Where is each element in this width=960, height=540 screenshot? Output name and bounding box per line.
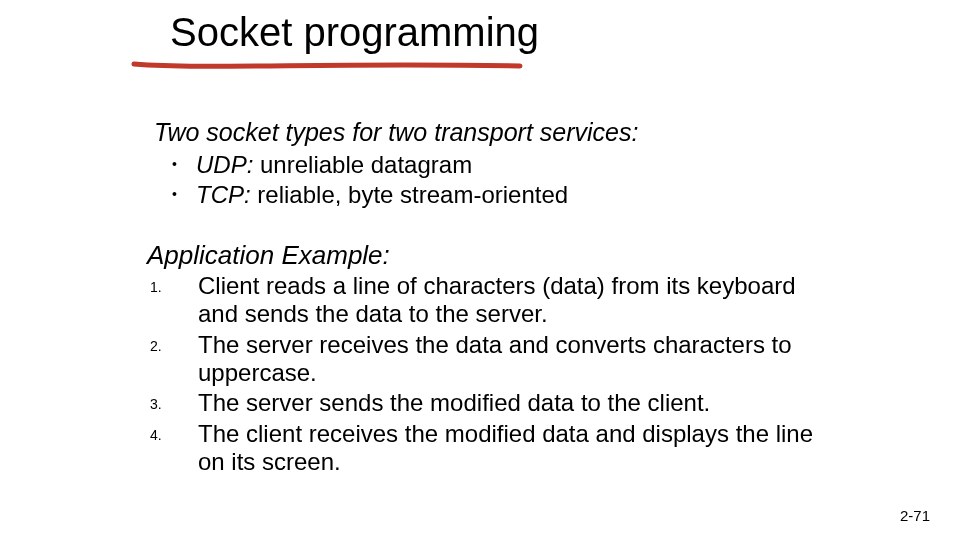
step-number: 2. [150, 331, 198, 355]
step-text: The server sends the modified data to th… [198, 389, 830, 417]
list-item: 2. The server receives the data and conv… [150, 331, 830, 388]
slide-title: Socket programming [170, 10, 539, 55]
protocol-desc: reliable, byte stream-oriented [257, 181, 568, 208]
step-text: Client reads a line of characters (data)… [198, 272, 830, 329]
page-number: 2-71 [900, 507, 930, 524]
bullet-icon: • [172, 150, 196, 174]
step-number: 4. [150, 420, 198, 444]
step-number: 3. [150, 389, 198, 413]
protocol-label: UDP: [196, 151, 253, 178]
socket-types-list: • UDP: unreliable datagram • TCP: reliab… [172, 150, 568, 210]
intro-line: Two socket types for two transport servi… [154, 118, 638, 147]
step-number: 1. [150, 272, 198, 296]
example-steps-list: 1. Client reads a line of characters (da… [150, 272, 830, 478]
list-item: 4. The client receives the modified data… [150, 420, 830, 477]
protocol-desc: unreliable datagram [260, 151, 472, 178]
list-item: 1. Client reads a line of characters (da… [150, 272, 830, 329]
slide: Socket programming Two socket types for … [0, 0, 960, 540]
list-item: • TCP: reliable, byte stream-oriented [172, 180, 568, 210]
step-text: The server receives the data and convert… [198, 331, 830, 388]
list-item: 3. The server sends the modified data to… [150, 389, 830, 417]
example-heading: Application Example: [147, 240, 390, 271]
list-item-text: TCP: reliable, byte stream-oriented [196, 180, 568, 210]
list-item: • UDP: unreliable datagram [172, 150, 568, 180]
bullet-icon: • [172, 180, 196, 204]
step-text: The client receives the modified data an… [198, 420, 830, 477]
protocol-label: TCP: [196, 181, 251, 208]
title-underline [128, 58, 528, 76]
list-item-text: UDP: unreliable datagram [196, 150, 472, 180]
